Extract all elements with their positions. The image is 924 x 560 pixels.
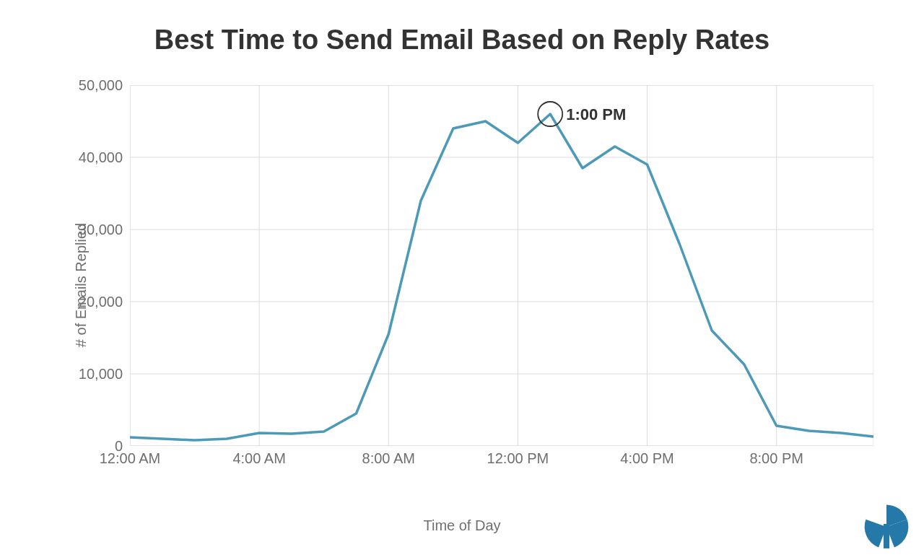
y-axis-label: # of Emails Replied: [73, 223, 90, 347]
x-tick-label: 12:00 AM: [100, 450, 161, 467]
y-tick-label: 20,000: [79, 294, 123, 310]
x-tick-label: 12:00 PM: [487, 450, 549, 467]
x-tick-label: 4:00 AM: [232, 450, 285, 467]
plot-area: 1:00 PM: [130, 85, 873, 446]
y-tick-label: 50,000: [79, 77, 123, 94]
svg-rect-14: [884, 524, 889, 548]
x-tick-label: 8:00 AM: [362, 450, 415, 467]
chart-container: # of Emails Replied 1:00 PM 010,00020,00…: [43, 72, 881, 498]
peak-annotation: 1:00 PM: [566, 105, 626, 124]
x-tick-label: 4:00 PM: [620, 450, 674, 467]
y-tick-label: 10,000: [79, 366, 123, 382]
x-axis-label: Time of Day: [43, 517, 881, 534]
x-tick-label: 8:00 PM: [749, 450, 803, 467]
y-tick-label: 40,000: [79, 149, 123, 166]
chart-title: Best Time to Send Email Based on Reply R…: [0, 25, 924, 56]
y-tick-label: 30,000: [79, 222, 123, 238]
brand-logo: [862, 502, 911, 551]
svg-rect-12: [130, 85, 873, 446]
